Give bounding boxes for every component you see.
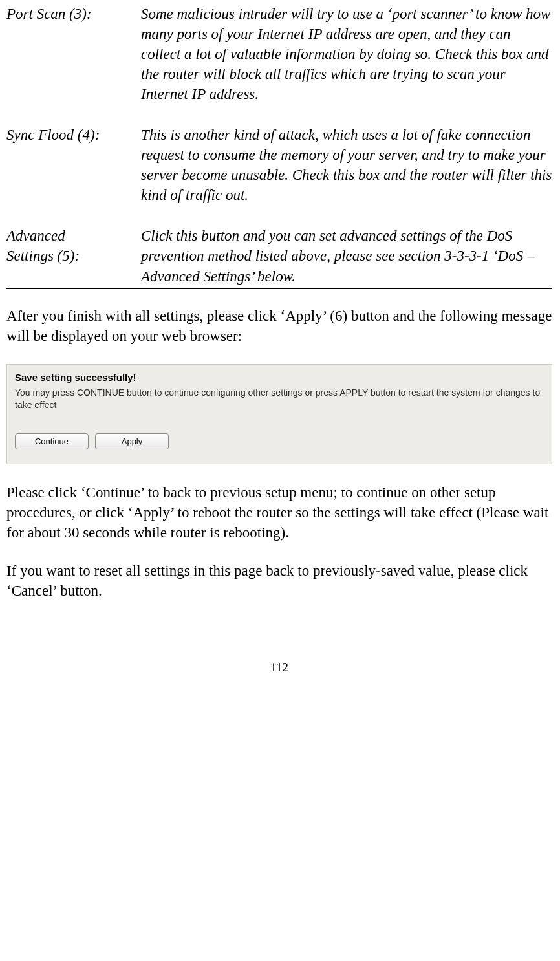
definition-term: Sync Flood (4): xyxy=(6,125,141,205)
term-line1: Advanced xyxy=(6,228,65,244)
panel-title: Save setting successfully! xyxy=(15,371,544,384)
definitions-table: Port Scan (3): Some malicious intruder w… xyxy=(6,4,552,286)
definition-row: Sync Flood (4): This is another kind of … xyxy=(6,125,552,205)
after-settings-paragraph: After you finish with all settings, plea… xyxy=(6,306,552,346)
panel-buttons: Continue Apply xyxy=(15,433,544,450)
definition-term: Port Scan (3): xyxy=(6,4,141,104)
panel-body: You may press CONTINUE button to continu… xyxy=(15,387,544,411)
page-number: 112 xyxy=(6,659,552,676)
definition-term: Advanced Settings (5): xyxy=(6,226,141,286)
definition-description: Click this button and you can set advanc… xyxy=(141,226,552,286)
save-settings-panel: Save setting successfully! You may press… xyxy=(6,364,552,465)
term-line2: Settings (5): xyxy=(6,248,80,264)
definition-row: Port Scan (3): Some malicious intruder w… xyxy=(6,4,552,104)
definition-row: Advanced Settings (5): Click this button… xyxy=(6,226,552,286)
definition-description: This is another kind of attack, which us… xyxy=(141,125,552,205)
reset-paragraph: If you want to reset all settings in thi… xyxy=(6,561,552,601)
continue-button[interactable]: Continue xyxy=(15,433,89,450)
continue-paragraph: Please click ‘Continue’ to back to previ… xyxy=(6,482,552,543)
apply-button[interactable]: Apply xyxy=(95,433,169,450)
definition-description: Some malicious intruder will try to use … xyxy=(141,4,552,104)
